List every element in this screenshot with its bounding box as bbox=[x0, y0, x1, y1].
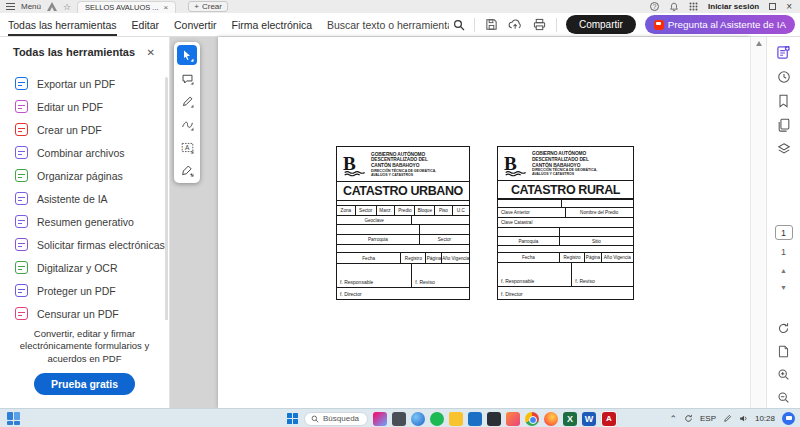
app-acrobat-active[interactable]: A bbox=[601, 411, 617, 427]
page-scrollbar[interactable] bbox=[750, 37, 766, 408]
page-thumbnails-icon[interactable] bbox=[775, 116, 792, 133]
menu-hamburger-icon[interactable] bbox=[6, 3, 15, 10]
bookmarks-icon[interactable] bbox=[775, 92, 792, 109]
app-chrome-icon[interactable] bbox=[525, 412, 539, 426]
app-photos-icon[interactable] bbox=[373, 412, 387, 426]
tray-pen-icon[interactable] bbox=[723, 414, 732, 423]
tray-sync-icon[interactable] bbox=[684, 414, 693, 423]
app-vscode-icon[interactable] bbox=[468, 412, 482, 426]
window-maximize-icon[interactable] bbox=[769, 3, 776, 10]
draw-tool-button[interactable] bbox=[177, 114, 197, 134]
app-terminal-icon[interactable] bbox=[487, 412, 501, 426]
start-button[interactable] bbox=[287, 413, 299, 425]
page-number-input[interactable]: 1 bbox=[775, 225, 793, 240]
tab-todas-las-herramientas[interactable]: Todas las herramientas bbox=[8, 13, 117, 36]
taskbar-search[interactable]: Búsqueda bbox=[304, 412, 368, 426]
rural-header: B GOBIERNO AUTÓNOMO DESCENTRALIZADO DEL … bbox=[498, 147, 633, 180]
app-copilot-icon[interactable] bbox=[411, 412, 425, 426]
urbano-geoclave-row: Geoclave bbox=[337, 215, 469, 224]
sidebar-item-exportar-pdf[interactable]: Exportar un PDF bbox=[0, 72, 169, 95]
sidebar-item-crear-pdf[interactable]: Crear un PDF bbox=[0, 118, 169, 141]
document-canvas: B GOBIERNO AUTÓNOMO DESCENTRALIZADO DEL … bbox=[170, 37, 766, 408]
notification-badge-icon[interactable] bbox=[782, 412, 795, 425]
sidebar-item-combinar-archivos[interactable]: Combinar archivos bbox=[0, 141, 169, 164]
app-spotify-icon[interactable] bbox=[430, 412, 444, 426]
apps-grid-icon[interactable] bbox=[689, 2, 698, 11]
urbano-columns-row: Zona Sector Manz. Predio Bloque Piso U.C bbox=[337, 205, 469, 215]
sidebar-item-digitalizar-ocr[interactable]: Digitalizar y OCR bbox=[0, 256, 169, 279]
print-icon[interactable] bbox=[532, 17, 547, 32]
system-tray: ⌃ ESP 10:28 bbox=[669, 409, 795, 427]
widgets-icon[interactable] bbox=[7, 412, 20, 425]
rotate-refresh-icon[interactable] bbox=[775, 320, 792, 337]
language-indicator[interactable]: ESP bbox=[700, 414, 716, 423]
next-page-button[interactable]: ▼ bbox=[767, 284, 800, 291]
app-sticky-notes-icon[interactable] bbox=[506, 412, 520, 426]
new-tab-button[interactable]: + Crear bbox=[188, 1, 228, 12]
scan-ocr-icon bbox=[15, 261, 28, 274]
clock[interactable]: 10:28 bbox=[755, 414, 775, 423]
app-excel-icon[interactable]: X bbox=[563, 412, 577, 426]
search-icon[interactable] bbox=[453, 19, 465, 31]
sidebar-item-organizar-paginas[interactable]: Organizar páginas bbox=[0, 164, 169, 187]
document-tab[interactable]: SELLOS AVALUOS ... × bbox=[77, 1, 176, 13]
favorite-star-icon[interactable]: ☆ bbox=[63, 2, 71, 12]
fit-page-icon[interactable] bbox=[775, 343, 792, 360]
cloud-upload-icon[interactable] bbox=[508, 17, 523, 32]
panel-close-icon[interactable]: ✕ bbox=[147, 47, 155, 58]
quick-tools-toolbar: A bbox=[174, 42, 200, 183]
pencil-tool-button[interactable] bbox=[177, 91, 197, 111]
history-clock-icon[interactable] bbox=[775, 68, 792, 85]
rural-firmas-row: f. Responsable f. Reviso bbox=[498, 262, 633, 286]
tab-firma-electronica[interactable]: Firma electrónica bbox=[232, 13, 313, 36]
free-trial-button[interactable]: Prueba gratis bbox=[34, 373, 135, 395]
sidebar-item-editar-pdf[interactable]: Editar un PDF bbox=[0, 95, 169, 118]
tray-chevron-up-icon[interactable]: ⌃ bbox=[669, 414, 677, 424]
app-file-explorer-icon[interactable] bbox=[449, 412, 463, 426]
notifications-bell-icon[interactable] bbox=[669, 2, 679, 12]
sign-in-button[interactable]: Iniciar sesión bbox=[708, 2, 759, 11]
ai-assistant-icon bbox=[654, 20, 664, 30]
tray-volume-icon[interactable] bbox=[739, 414, 748, 423]
app-device-icon[interactable] bbox=[392, 412, 406, 426]
previous-page-button[interactable]: ▲ bbox=[767, 267, 800, 274]
zoom-in-icon[interactable] bbox=[775, 366, 792, 383]
titlebar-right: ? Iniciar sesión × bbox=[650, 1, 792, 12]
tab-editar[interactable]: Editar bbox=[132, 13, 159, 36]
zoom-out-icon[interactable] bbox=[775, 389, 792, 406]
window-close-icon[interactable]: × bbox=[786, 1, 792, 12]
toolbar-search[interactable] bbox=[327, 19, 465, 31]
share-button[interactable]: Compartir bbox=[566, 15, 636, 34]
tab-close-icon[interactable]: × bbox=[164, 3, 169, 12]
sidebar-item-resumen-generativo[interactable]: Resumen generativo bbox=[0, 210, 169, 233]
rural-title: CATASTRO RURAL bbox=[498, 180, 633, 199]
stamp-catastro-rural: B GOBIERNO AUTÓNOMO DESCENTRALIZADO DEL … bbox=[497, 146, 634, 300]
layers-icon[interactable] bbox=[775, 140, 792, 157]
add-text-tool-button[interactable]: A bbox=[177, 137, 197, 157]
sidebar-item-proteger-pdf[interactable]: Proteger un PDF bbox=[0, 279, 169, 302]
sidebar-item-asistente-ia[interactable]: Asistente de IA bbox=[0, 187, 169, 210]
scroll-up-icon[interactable] bbox=[756, 41, 762, 46]
urbano-firmas-row: f. Responsable f. Reviso bbox=[337, 263, 469, 287]
menu-label[interactable]: Menú bbox=[21, 2, 41, 11]
search-input[interactable] bbox=[327, 19, 449, 31]
app-word-icon[interactable]: W bbox=[582, 412, 596, 426]
save-icon[interactable] bbox=[484, 17, 499, 32]
promo-text: Convertir, editar y firmar electrónicame… bbox=[0, 328, 169, 365]
rural-director-row: f. Director bbox=[498, 286, 633, 299]
tab-convertir[interactable]: Convertir bbox=[174, 13, 217, 36]
combine-files-icon bbox=[15, 146, 28, 159]
sign-tool-button[interactable] bbox=[177, 160, 197, 180]
titlebar-left: Menú ☆ SELLOS AVALUOS ... × + Crear bbox=[6, 1, 228, 13]
select-tool-button[interactable] bbox=[177, 45, 197, 65]
ai-assistant-label: Pregunta al Asistente de IA bbox=[668, 19, 786, 30]
main-area: Todas las herramientas ✕ Exportar un PDF… bbox=[0, 37, 800, 408]
sidebar-item-solicitar-firmas[interactable]: Solicitar firmas electrónicas bbox=[0, 233, 169, 256]
comment-tool-button[interactable] bbox=[177, 68, 197, 88]
toolbar-divider bbox=[556, 18, 557, 32]
app-firefox-icon[interactable] bbox=[544, 412, 558, 426]
help-icon[interactable]: ? bbox=[650, 2, 659, 11]
generative-summary-panel-icon[interactable] bbox=[775, 44, 792, 61]
panel-scrollbar[interactable] bbox=[165, 77, 168, 332]
ai-assistant-button[interactable]: Pregunta al Asistente de IA bbox=[645, 15, 795, 34]
